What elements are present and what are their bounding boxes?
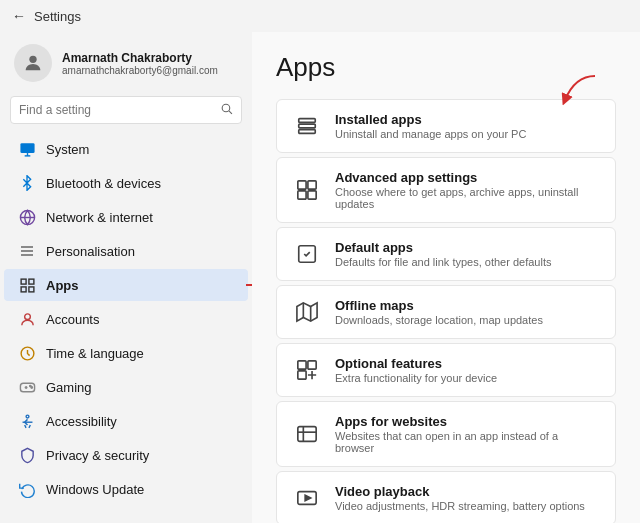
- svg-point-21: [31, 386, 32, 387]
- search-box[interactable]: [10, 96, 242, 124]
- settings-item-optional-features[interactable]: Optional features Extra functionality fo…: [276, 343, 616, 397]
- titlebar: ← Settings: [0, 0, 640, 32]
- svg-rect-12: [28, 279, 33, 284]
- video-playback-title: Video playback: [335, 484, 585, 499]
- settings-item-default-apps[interactable]: Default apps Defaults for file and link …: [276, 227, 616, 281]
- default-apps-text: Default apps Defaults for file and link …: [335, 240, 551, 268]
- nav-label-gaming: Gaming: [46, 380, 92, 395]
- update-icon: [18, 480, 36, 498]
- back-button[interactable]: ←: [12, 8, 26, 24]
- svg-rect-35: [308, 361, 316, 369]
- svg-rect-28: [298, 191, 306, 199]
- nav-label-bluetooth: Bluetooth & devices: [46, 176, 161, 191]
- profile-section[interactable]: Amarnath Chakraborty amarnathchakraborty…: [0, 32, 252, 96]
- svg-line-2: [229, 111, 232, 114]
- optional-features-title: Optional features: [335, 356, 497, 371]
- nav-item-update[interactable]: Windows Update: [4, 473, 248, 505]
- avatar: [14, 44, 52, 82]
- apps-for-websites-desc: Websites that can open in an app instead…: [335, 430, 599, 454]
- nav-item-time[interactable]: Time & language: [4, 337, 248, 369]
- titlebar-title: Settings: [34, 9, 81, 24]
- sidebar: Amarnath Chakraborty amarnathchakraborty…: [0, 32, 252, 523]
- offline-maps-title: Offline maps: [335, 298, 543, 313]
- profile-email: amarnathchakraborty6@gmail.com: [62, 65, 218, 76]
- advanced-app-settings-text: Advanced app settings Choose where to ge…: [335, 170, 599, 210]
- svg-rect-23: [299, 119, 316, 123]
- svg-rect-34: [298, 361, 306, 369]
- svg-rect-14: [28, 286, 33, 291]
- settings-item-advanced-app-settings[interactable]: Advanced app settings Choose where to ge…: [276, 157, 616, 223]
- nav-item-privacy[interactable]: Privacy & security: [4, 439, 248, 471]
- settings-list: Installed apps Uninstall and manage apps…: [276, 99, 616, 523]
- advanced-app-settings-desc: Choose where to get apps, archive apps, …: [335, 186, 599, 210]
- svg-rect-26: [298, 181, 306, 189]
- network-icon: [18, 208, 36, 226]
- main-content: Amarnath Chakraborty amarnathchakraborty…: [0, 32, 640, 523]
- offline-maps-text: Offline maps Downloads, storage location…: [335, 298, 543, 326]
- svg-rect-36: [298, 371, 306, 379]
- svg-point-22: [26, 415, 29, 418]
- nav-label-accessibility: Accessibility: [46, 414, 117, 429]
- installed-apps-icon: [293, 112, 321, 140]
- nav-item-network[interactable]: Network & internet: [4, 201, 248, 233]
- svg-rect-24: [299, 124, 316, 128]
- offline-maps-icon: [293, 298, 321, 326]
- svg-rect-3: [20, 143, 34, 153]
- optional-features-icon: [293, 356, 321, 384]
- installed-apps-title: Installed apps: [335, 112, 526, 127]
- nav-item-system[interactable]: System: [4, 133, 248, 165]
- offline-maps-desc: Downloads, storage location, map updates: [335, 314, 543, 326]
- nav-item-accessibility[interactable]: Accessibility: [4, 405, 248, 437]
- svg-rect-13: [21, 286, 26, 291]
- apps-for-websites-title: Apps for websites: [335, 414, 599, 429]
- nav-item-accounts[interactable]: Accounts: [4, 303, 248, 335]
- svg-rect-11: [21, 279, 26, 284]
- gaming-icon: [18, 378, 36, 396]
- bluetooth-icon: [18, 174, 36, 192]
- nav-label-update: Windows Update: [46, 482, 144, 497]
- default-apps-desc: Defaults for file and link types, other …: [335, 256, 551, 268]
- settings-item-installed-apps[interactable]: Installed apps Uninstall and manage apps…: [276, 99, 616, 153]
- apps-icon: [18, 276, 36, 294]
- nav-label-system: System: [46, 142, 89, 157]
- nav-item-apps[interactable]: Apps: [4, 269, 248, 301]
- default-apps-title: Default apps: [335, 240, 551, 255]
- apps-for-websites-text: Apps for websites Websites that can open…: [335, 414, 599, 454]
- default-apps-icon: [293, 240, 321, 268]
- nav-item-bluetooth[interactable]: Bluetooth & devices: [4, 167, 248, 199]
- nav-label-accounts: Accounts: [46, 312, 99, 327]
- advanced-app-settings-title: Advanced app settings: [335, 170, 599, 185]
- svg-point-0: [29, 56, 36, 63]
- profile-info: Amarnath Chakraborty amarnathchakraborty…: [62, 51, 218, 76]
- svg-rect-37: [298, 427, 316, 442]
- system-icon: [18, 140, 36, 158]
- search-input[interactable]: [19, 103, 214, 117]
- red-arrow-apps: [244, 274, 252, 296]
- nav-item-personalisation[interactable]: Personalisation: [4, 235, 248, 267]
- video-playback-text: Video playback Video adjustments, HDR st…: [335, 484, 585, 512]
- nav-label-privacy: Privacy & security: [46, 448, 149, 463]
- installed-apps-text: Installed apps Uninstall and manage apps…: [335, 112, 526, 140]
- nav-label-apps: Apps: [46, 278, 79, 293]
- profile-name: Amarnath Chakraborty: [62, 51, 218, 65]
- right-panel: Apps Installed apps Uninstall and manage…: [252, 32, 640, 523]
- optional-features-text: Optional features Extra functionality fo…: [335, 356, 497, 384]
- settings-item-video-playback[interactable]: Video playback Video adjustments, HDR st…: [276, 471, 616, 523]
- svg-rect-29: [308, 191, 316, 199]
- privacy-icon: [18, 446, 36, 464]
- installed-apps-desc: Uninstall and manage apps on your PC: [335, 128, 526, 140]
- settings-item-apps-for-websites[interactable]: Apps for websites Websites that can open…: [276, 401, 616, 467]
- video-playback-desc: Video adjustments, HDR streaming, batter…: [335, 500, 585, 512]
- optional-features-desc: Extra functionality for your device: [335, 372, 497, 384]
- svg-marker-39: [305, 495, 311, 501]
- svg-marker-31: [297, 303, 317, 321]
- nav-item-gaming[interactable]: Gaming: [4, 371, 248, 403]
- accessibility-icon: [18, 412, 36, 430]
- personalisation-icon: [18, 242, 36, 260]
- apps-for-websites-icon: [293, 420, 321, 448]
- advanced-app-settings-icon: [293, 176, 321, 204]
- search-icon: [220, 102, 233, 118]
- svg-rect-27: [308, 181, 316, 189]
- settings-item-offline-maps[interactable]: Offline maps Downloads, storage location…: [276, 285, 616, 339]
- accounts-icon: [18, 310, 36, 328]
